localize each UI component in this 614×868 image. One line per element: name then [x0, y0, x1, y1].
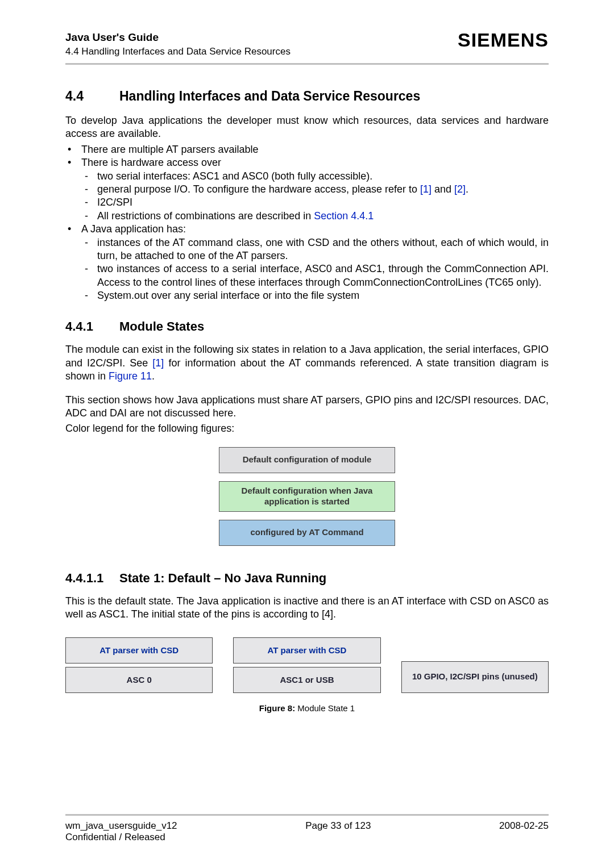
footer-page-number: Page 33 of 123 [177, 820, 499, 832]
heading-4-4-1: 4.4.1 Module States [65, 319, 549, 334]
figure-8-caption: Figure 8: Module State 1 [65, 703, 549, 713]
module-states-p1c: . [152, 370, 155, 382]
module-states-p2: This section shows how Java applications… [65, 394, 549, 420]
state1-col-asc1: AT parser with CSD ASC1 or USB [233, 637, 380, 693]
subbullet-serial-access: two instances of access to a serial inte… [81, 262, 549, 289]
subbullet-gpio-text: general purpose I/O. To configure the ha… [97, 183, 420, 195]
heading-number: 4.4 [65, 89, 119, 104]
section-4-4-1-1-body: This is the default state. The Java appl… [65, 595, 549, 621]
heading-number: 4.4.1.1 [65, 571, 119, 586]
state1-asc1-top: AT parser with CSD [233, 637, 380, 663]
heading-4-4-1-1: 4.4.1.1 State 1: Default – No Java Runni… [65, 571, 549, 586]
footer-divider [65, 814, 549, 816]
bullet-hardware-access: There is hardware access over two serial… [65, 156, 549, 223]
state1-diagram: AT parser with CSD ASC 0 AT parser with … [65, 637, 549, 693]
subbullet-restrictions: All restrictions of combinations are des… [81, 210, 549, 223]
link-ref-1[interactable]: [1] [420, 183, 432, 195]
link-section-441[interactable]: Section 4.4.1 [314, 210, 374, 222]
state1-asc1-bottom: ASC1 or USB [233, 667, 380, 693]
section-4-4-1-body: The module can exist in the following si… [65, 343, 549, 435]
state1-col-asc0: AT parser with CSD ASC 0 [65, 637, 213, 693]
footer-doc-id: wm_java_usersguide_v12 [65, 820, 177, 832]
subbullet-system-out: System.out over any serial interface or … [81, 289, 549, 302]
page-header: Java User's Guide 4.4 Handling Interface… [65, 31, 549, 57]
legend-at-command: configured by AT Command [219, 520, 395, 546]
state1-col-gpio: 10 GPIO, I2C/SPI pins (unused) [401, 637, 549, 693]
legend-default-module: Default configuration of module [219, 447, 395, 473]
heading-4-4: 4.4 Handling Interfaces and Data Service… [65, 89, 549, 104]
footer-date: 2008-02-25 [499, 820, 549, 832]
color-legend: Default configuration of module Default … [65, 447, 549, 546]
header-divider [65, 63, 549, 65]
bullet-java-app: A Java application has: instances of the… [65, 223, 549, 302]
bullet-at-parsers: There are multiple AT parsers available [65, 143, 549, 156]
doc-subtitle: 4.4 Handling Interfaces and Data Service… [65, 46, 291, 57]
section-4-4-body: To develop Java applications the develop… [65, 114, 549, 302]
state1-paragraph: This is the default state. The Java appl… [65, 595, 549, 621]
subbullet-gpio: general purpose I/O. To configure the ha… [81, 183, 549, 196]
link-figure-11[interactable]: Figure 11 [109, 370, 152, 382]
state1-asc0-top: AT parser with CSD [65, 637, 213, 663]
subbullet-serial-interfaces: two serial interfaces: ASC1 and ASC0 (bo… [81, 170, 549, 183]
heading-title: Module States [119, 319, 204, 334]
intro-paragraph: To develop Java applications the develop… [65, 114, 549, 141]
subbullet-at-command-class: instances of the AT command class, one w… [81, 236, 549, 263]
module-states-p3: Color legend for the following figures: [65, 422, 549, 435]
header-left: Java User's Guide 4.4 Handling Interface… [65, 31, 291, 57]
figure-8-label: Figure 8: [259, 703, 295, 713]
subbullet-gpio-and: and [432, 183, 454, 195]
footer-left: wm_java_usersguide_v12 [65, 820, 177, 832]
subbullet-i2c-spi: I2C/SPI [81, 196, 549, 209]
figure-8-text: Module State 1 [295, 703, 355, 713]
page-footer: wm_java_usersguide_v12 Page 33 of 123 20… [65, 814, 549, 843]
page: Java User's Guide 4.4 Handling Interface… [0, 0, 614, 868]
footer-confidential: Confidential / Released [65, 832, 549, 843]
heading-title: Handling Interfaces and Data Service Res… [119, 89, 420, 104]
module-states-p1: The module can exist in the following si… [65, 343, 549, 383]
bullet-hardware-access-text: There is hardware access over [81, 157, 221, 168]
brand-logo: SIEMENS [458, 29, 549, 51]
subbullet-restrictions-text: All restrictions of combinations are des… [97, 210, 314, 222]
heading-number: 4.4.1 [65, 319, 119, 334]
state1-gpio-box: 10 GPIO, I2C/SPI pins (unused) [401, 661, 549, 693]
subbullet-gpio-end: . [466, 183, 468, 195]
bullet-java-app-text: A Java application has: [81, 223, 186, 235]
doc-title: Java User's Guide [65, 31, 291, 44]
heading-title: State 1: Default – No Java Running [119, 571, 326, 586]
link-ref-1b[interactable]: [1] [152, 357, 164, 369]
link-ref-2[interactable]: [2] [454, 183, 466, 195]
state1-asc0-bottom: ASC 0 [65, 667, 213, 693]
legend-default-java: Default configuration when Java applicat… [219, 481, 395, 512]
